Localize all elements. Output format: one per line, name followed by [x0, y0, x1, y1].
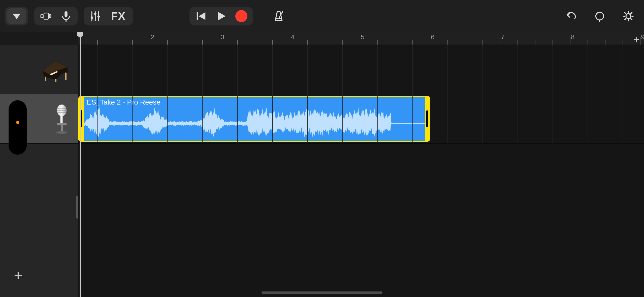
track-lane-2[interactable]: ES_Take 2 - Pro Reese: [78, 94, 644, 144]
svg-rect-4: [65, 11, 68, 17]
track-header-2[interactable]: [0, 94, 78, 144]
audio-region-label: ES_Take 2 - Pro Reese: [84, 97, 425, 106]
bar-number: 2: [151, 33, 154, 41]
audio-waveform: [84, 106, 425, 141]
metronome-icon: [273, 10, 284, 22]
record-icon: [235, 10, 247, 22]
bar-number: 3: [221, 33, 224, 41]
bar-number: 5: [361, 33, 364, 41]
view-group: [34, 7, 78, 25]
bar-number: 7: [501, 33, 504, 41]
toolbar-right: [563, 0, 636, 32]
undo-button[interactable]: [563, 8, 579, 24]
toolbar: FX: [0, 0, 644, 32]
undo-icon: [565, 10, 577, 22]
studio-mic-icon: [53, 104, 71, 134]
svg-rect-1: [41, 15, 43, 18]
svg-marker-0: [13, 14, 21, 19]
svg-point-18: [626, 14, 631, 18]
svg-line-23: [625, 13, 626, 14]
timeline-ruler[interactable]: + 23456789: [78, 32, 644, 45]
svg-rect-2: [44, 13, 48, 19]
microphone-input-button[interactable]: [56, 8, 76, 24]
gear-icon: [623, 10, 634, 22]
loop-button[interactable]: [592, 8, 608, 24]
svg-line-25: [631, 13, 632, 14]
svg-rect-3: [49, 15, 51, 18]
bar-number: 6: [431, 33, 434, 41]
region-right-handle[interactable]: [426, 110, 428, 127]
track-headers: +: [0, 45, 78, 297]
chevron-down-icon: [11, 10, 22, 22]
microphone-icon: [60, 10, 72, 22]
svg-marker-13: [199, 12, 205, 20]
svg-point-9: [91, 16, 93, 19]
tracks-view-icon: [40, 10, 52, 22]
go-to-start-button[interactable]: [191, 8, 211, 24]
record-button[interactable]: [232, 8, 251, 24]
sliders-icon: [89, 10, 101, 22]
settings-button[interactable]: [620, 8, 636, 24]
home-indicator: [262, 291, 382, 294]
add-section-button[interactable]: +: [634, 34, 639, 45]
controls-group: FX: [84, 7, 133, 25]
track-automation-toggle[interactable]: [9, 100, 27, 155]
metronome-button[interactable]: [269, 8, 288, 24]
region-left-handle[interactable]: [81, 110, 82, 127]
audio-region-body: ES_Take 2 - Pro Reese: [84, 97, 425, 141]
svg-rect-12: [197, 12, 198, 20]
tracks-view-button[interactable]: [36, 8, 55, 24]
svg-rect-29: [45, 77, 46, 81]
bar-number: 4: [291, 33, 294, 41]
fx-button[interactable]: FX: [106, 8, 131, 24]
svg-line-24: [631, 19, 632, 20]
svg-line-26: [625, 19, 626, 20]
play-icon: [215, 10, 227, 22]
track-controls-button[interactable]: [86, 8, 105, 24]
svg-point-37: [56, 131, 67, 134]
svg-rect-31: [65, 73, 67, 80]
svg-point-11: [98, 15, 100, 18]
svg-rect-30: [55, 79, 56, 82]
svg-marker-14: [218, 12, 226, 21]
svg-point-10: [94, 13, 96, 15]
transport-group: [189, 7, 253, 25]
add-track-button[interactable]: +: [9, 266, 27, 284]
automation-indicator-dot: [16, 121, 19, 124]
track-header-1[interactable]: [0, 45, 78, 94]
track-lane-1[interactable]: [78, 45, 644, 94]
svg-rect-35: [57, 123, 67, 125]
bar-number: 8: [571, 33, 574, 41]
track-lanes: ES_Take 2 - Pro Reese: [78, 45, 644, 297]
bar-number: 9: [641, 33, 644, 41]
playhead[interactable]: [80, 32, 81, 297]
fx-label: FX: [111, 10, 126, 22]
loop-icon: [594, 10, 605, 22]
go-to-start-icon: [195, 10, 207, 22]
svg-rect-34: [60, 116, 63, 123]
navigator-group: [5, 7, 28, 25]
browse-button[interactable]: [7, 8, 26, 24]
svg-rect-36: [61, 125, 63, 132]
play-button[interactable]: [212, 8, 231, 24]
piano-icon: [40, 57, 71, 82]
svg-point-17: [596, 12, 604, 20]
